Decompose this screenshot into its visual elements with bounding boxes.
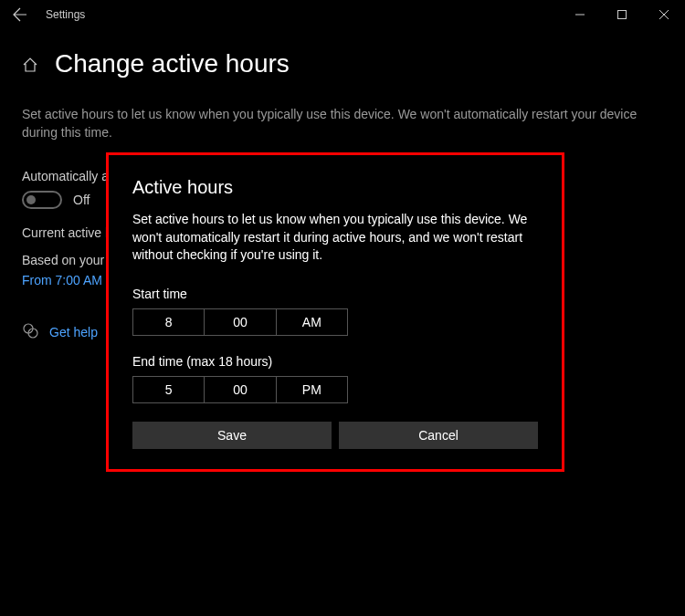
maximize-icon	[617, 10, 627, 19]
maximize-button[interactable]	[601, 0, 643, 29]
end-time-label: End time (max 18 hours)	[132, 354, 538, 369]
save-button[interactable]: Save	[132, 422, 332, 449]
start-time-picker: 8 00 AM	[132, 308, 348, 336]
window-controls	[559, 0, 685, 29]
close-button[interactable]	[643, 0, 685, 29]
page-header: Change active hours	[22, 49, 663, 78]
cancel-button[interactable]: Cancel	[339, 422, 538, 449]
start-time-label: Start time	[132, 287, 538, 301]
back-button[interactable]	[11, 5, 29, 24]
titlebar-title: Settings	[46, 8, 85, 21]
get-help-link[interactable]: Get help	[49, 325, 98, 339]
start-minute[interactable]: 00	[205, 309, 276, 335]
close-icon	[659, 10, 669, 19]
minimize-icon	[575, 10, 585, 19]
titlebar: Settings	[0, 0, 685, 29]
start-ampm[interactable]: AM	[277, 309, 347, 335]
toggle-state-label: Off	[73, 193, 90, 207]
dialog-description: Set active hours to let us know when you…	[132, 211, 538, 265]
start-hour[interactable]: 8	[133, 309, 205, 335]
help-icon	[22, 322, 38, 341]
svg-rect-0	[618, 11, 627, 19]
end-minute[interactable]: 00	[205, 377, 276, 402]
minimize-button[interactable]	[559, 0, 601, 29]
auto-adjust-toggle[interactable]	[22, 191, 62, 209]
arrow-left-icon	[13, 7, 27, 22]
page-title: Change active hours	[55, 49, 290, 78]
active-hours-dialog: Active hours Set active hours to let us …	[106, 152, 564, 472]
dialog-title: Active hours	[132, 177, 538, 198]
page-description: Set active hours to let us know when you…	[22, 106, 663, 141]
dialog-buttons: Save Cancel	[132, 422, 538, 449]
home-icon[interactable]	[22, 57, 38, 76]
end-time-picker: 5 00 PM	[132, 376, 348, 403]
toggle-knob	[26, 195, 36, 204]
end-hour[interactable]: 5	[133, 377, 205, 402]
end-ampm[interactable]: PM	[277, 377, 347, 402]
